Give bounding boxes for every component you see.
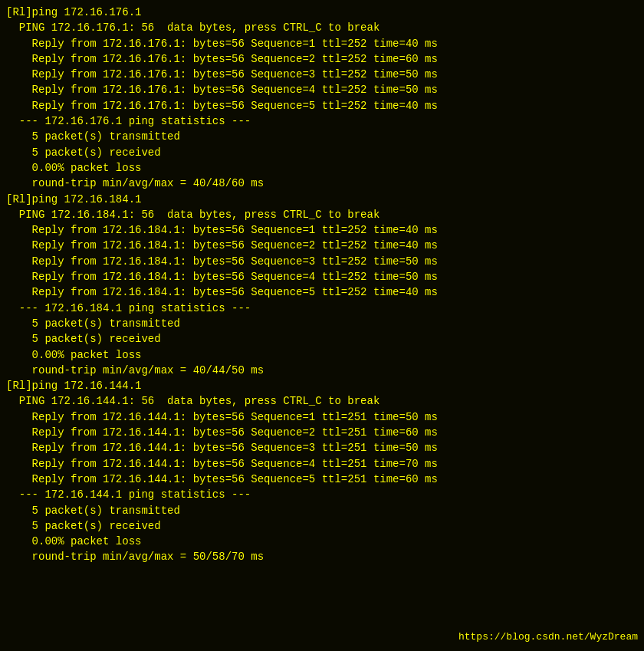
- terminal-line: Reply from 172.16.184.1: bytes=56 Sequen…: [6, 269, 638, 284]
- terminal-line: --- 172.16.144.1 ping statistics ---: [6, 487, 638, 502]
- terminal-line: Reply from 172.16.144.1: bytes=56 Sequen…: [6, 472, 638, 487]
- terminal-line: round-trip min/avg/max = 40/44/50 ms: [6, 363, 638, 378]
- terminal-line: 5 packet(s) received: [6, 518, 638, 534]
- terminal-line: PING 172.16.176.1: 56 data bytes, press …: [6, 20, 638, 35]
- terminal-line: Reply from 172.16.184.1: bytes=56 Sequen…: [6, 222, 638, 238]
- terminal-line: Reply from 172.16.176.1: bytes=56 Sequen…: [6, 67, 638, 82]
- terminal-line: --- 172.16.176.1 ping statistics ---: [6, 113, 638, 129]
- terminal-line: PING 172.16.144.1: 56 data bytes, press …: [6, 393, 638, 409]
- terminal-line: Reply from 172.16.176.1: bytes=56 Sequen…: [6, 51, 638, 67]
- terminal-line: 0.00% packet loss: [6, 160, 638, 176]
- terminal-line: Reply from 172.16.144.1: bytes=56 Sequen…: [6, 425, 638, 440]
- terminal-line: [Rl]ping 172.16.184.1: [6, 192, 638, 207]
- terminal-line: --- 172.16.184.1 ping statistics ---: [6, 301, 638, 316]
- terminal-line: Reply from 172.16.184.1: bytes=56 Sequen…: [6, 254, 638, 269]
- terminal-line: Reply from 172.16.176.1: bytes=56 Sequen…: [6, 82, 638, 97]
- terminal-output: [Rl]ping 172.16.176.1 PING 172.16.176.1:…: [0, 3, 644, 567]
- terminal-line: 5 packet(s) received: [6, 145, 638, 160]
- terminal-line: round-trip min/avg/max = 50/58/70 ms: [6, 549, 638, 564]
- terminal-line: 0.00% packet loss: [6, 347, 638, 363]
- terminal-line: 5 packet(s) transmitted: [6, 316, 638, 331]
- watermark: https://blog.csdn.net/WyzDream: [458, 630, 638, 645]
- terminal-line: 0.00% packet loss: [6, 534, 638, 549]
- terminal-line: [Rl]ping 172.16.144.1: [6, 378, 638, 393]
- terminal-line: Reply from 172.16.176.1: bytes=56 Sequen…: [6, 98, 638, 113]
- terminal-line: round-trip min/avg/max = 40/48/60 ms: [6, 176, 638, 191]
- terminal-line: Reply from 172.16.144.1: bytes=56 Sequen…: [6, 456, 638, 472]
- terminal-line: Reply from 172.16.184.1: bytes=56 Sequen…: [6, 284, 638, 300]
- terminal-line: [Rl]ping 172.16.176.1: [6, 5, 638, 20]
- terminal-line: Reply from 172.16.144.1: bytes=56 Sequen…: [6, 409, 638, 425]
- terminal-line: 5 packet(s) received: [6, 331, 638, 347]
- terminal-line: 5 packet(s) transmitted: [6, 129, 638, 144]
- terminal-line: Reply from 172.16.176.1: bytes=56 Sequen…: [6, 36, 638, 51]
- terminal-line: PING 172.16.184.1: 56 data bytes, press …: [6, 207, 638, 222]
- terminal-line: Reply from 172.16.144.1: bytes=56 Sequen…: [6, 440, 638, 455]
- terminal-line: 5 packet(s) transmitted: [6, 503, 638, 518]
- terminal-line: Reply from 172.16.184.1: bytes=56 Sequen…: [6, 238, 638, 253]
